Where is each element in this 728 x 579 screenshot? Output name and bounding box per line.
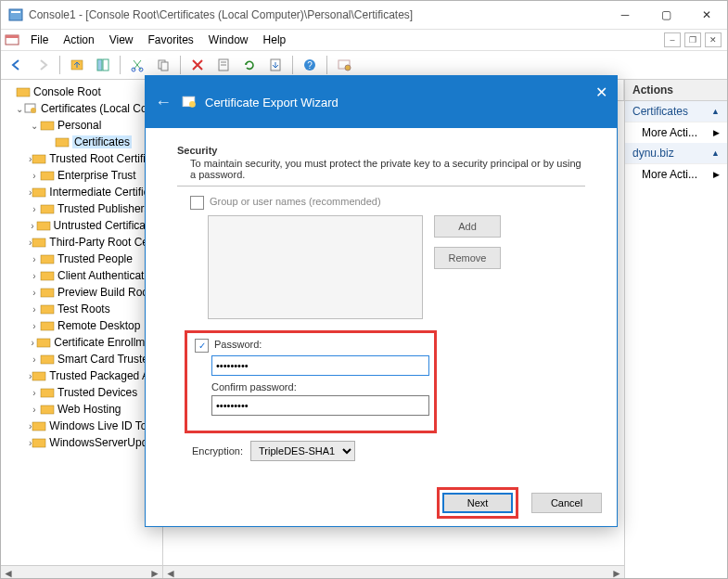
help-icon[interactable]: ? bbox=[298, 53, 322, 77]
menu-action[interactable]: Action bbox=[56, 32, 101, 48]
certificate-icon bbox=[23, 101, 38, 116]
svg-rect-32 bbox=[41, 289, 54, 297]
tree-item[interactable]: ›WindowsServerUpdate bbox=[3, 434, 160, 451]
wizard-close-button[interactable]: ✕ bbox=[595, 84, 607, 101]
svg-text:?: ? bbox=[307, 60, 313, 71]
actions-item[interactable]: More Acti...▶ bbox=[625, 122, 727, 143]
tree-item[interactable]: ›Trusted Publishers bbox=[3, 200, 160, 217]
tree-item[interactable]: ›Trusted Devices bbox=[3, 384, 160, 401]
folder-icon bbox=[32, 151, 46, 166]
export-list-icon[interactable] bbox=[263, 53, 287, 77]
refresh-icon[interactable] bbox=[237, 53, 262, 77]
folder-icon bbox=[32, 235, 46, 250]
svg-rect-40 bbox=[32, 422, 45, 431]
tree-item[interactable]: ›Client Authentication bbox=[3, 267, 160, 284]
password-checkbox[interactable]: ✓ bbox=[195, 339, 209, 353]
tree-item[interactable]: ›Certificate Enrollment bbox=[3, 334, 160, 351]
tree-certificates-root[interactable]: ⌄ Certificates (Local Computer) bbox=[3, 100, 160, 117]
tree-pane[interactable]: Console Root ⌄ Certificates (Local Compu… bbox=[1, 80, 163, 579]
wizard-back-button[interactable]: ← bbox=[155, 93, 172, 112]
cut-icon[interactable] bbox=[125, 53, 149, 77]
tree-item[interactable]: ›Trusted Root Certification bbox=[3, 150, 160, 167]
forward-icon[interactable] bbox=[31, 53, 55, 77]
certificates-icon[interactable] bbox=[332, 53, 356, 77]
tree-item[interactable]: ›Trusted Packaged App bbox=[3, 367, 160, 384]
delete-icon[interactable] bbox=[185, 53, 210, 77]
wizard-titlebar: ← Certificate Export Wizard ✕ bbox=[146, 76, 617, 128]
password-section-highlight: ✓ Password: Confirm password: bbox=[185, 330, 437, 433]
list-horizontal-scrollbar[interactable]: ◄► bbox=[163, 565, 624, 579]
tree-item[interactable]: ›Third-Party Root Certification bbox=[3, 234, 160, 251]
folder-icon bbox=[55, 135, 70, 149]
svg-rect-19 bbox=[17, 88, 30, 96]
confirm-password-label: Confirm password: bbox=[211, 381, 427, 392]
cancel-button[interactable]: Cancel bbox=[531, 493, 602, 513]
tree-personal[interactable]: ⌄ Personal bbox=[3, 117, 160, 134]
password-label: Password: bbox=[214, 339, 262, 350]
tree-item[interactable]: ›Enterprise Trust bbox=[3, 167, 160, 184]
properties-icon[interactable] bbox=[211, 53, 236, 77]
svg-rect-25 bbox=[41, 172, 54, 180]
chevron-right-icon: ▶ bbox=[713, 170, 720, 179]
svg-rect-39 bbox=[41, 405, 54, 414]
mdi-minimize-button[interactable]: – bbox=[664, 32, 681, 47]
encryption-select[interactable]: TripleDES-SHA1 bbox=[250, 441, 355, 461]
folder-icon bbox=[32, 418, 46, 433]
actions-group-title[interactable]: Certificates▲ bbox=[625, 101, 727, 122]
tree-item[interactable]: ›Smart Card Trusted bbox=[3, 351, 160, 367]
back-icon[interactable] bbox=[5, 53, 29, 77]
folder-icon bbox=[40, 251, 55, 266]
password-input[interactable] bbox=[211, 355, 429, 376]
menubar: FileActionViewFavoritesWindowHelp – ❐ ✕ bbox=[1, 30, 727, 51]
tree-horizontal-scrollbar[interactable]: ◄► bbox=[1, 565, 162, 579]
certificate-export-wizard-dialog: ← Certificate Export Wizard ✕ Security T… bbox=[145, 75, 618, 527]
svg-rect-35 bbox=[37, 339, 50, 347]
confirm-password-input[interactable] bbox=[211, 395, 429, 416]
tree-console-root[interactable]: Console Root bbox=[3, 84, 160, 100]
svg-rect-31 bbox=[41, 272, 54, 280]
group-users-checkbox[interactable] bbox=[190, 196, 204, 210]
menu-help[interactable]: Help bbox=[256, 32, 294, 48]
titlebar: Console1 - [Console Root\Certificates (L… bbox=[1, 1, 727, 30]
tree-certificates[interactable]: Certificates bbox=[3, 134, 160, 150]
window-title: Console1 - [Console Root\Certificates (L… bbox=[29, 8, 605, 21]
tree-item[interactable]: ›Windows Live ID Token bbox=[3, 418, 160, 434]
actions-item[interactable]: More Acti...▶ bbox=[625, 164, 727, 185]
menu-view[interactable]: View bbox=[102, 32, 141, 48]
mdi-restore-button[interactable]: ❐ bbox=[684, 32, 701, 47]
svg-rect-28 bbox=[37, 222, 50, 230]
close-button[interactable]: ✕ bbox=[686, 1, 727, 29]
actions-group-title[interactable]: dynu.biz▲ bbox=[625, 143, 727, 164]
next-button[interactable]: Next bbox=[442, 493, 513, 513]
mdi-system-icon[interactable] bbox=[5, 32, 19, 47]
certificate-icon bbox=[181, 94, 198, 110]
maximize-button[interactable]: ▢ bbox=[645, 1, 686, 29]
folder-icon bbox=[16, 84, 31, 99]
add-button: Add bbox=[434, 215, 501, 238]
actions-pane: Actions Certificates▲More Acti...▶dynu.b… bbox=[624, 80, 727, 579]
tree-item[interactable]: ›Web Hosting bbox=[3, 401, 160, 418]
menu-window[interactable]: Window bbox=[201, 32, 256, 48]
up-icon[interactable] bbox=[65, 53, 89, 77]
app-icon bbox=[8, 7, 23, 22]
security-heading: Security bbox=[177, 145, 585, 156]
collapse-icon: ▲ bbox=[711, 148, 720, 158]
tree-item[interactable]: ›Remote Desktop bbox=[3, 317, 160, 334]
tree-item[interactable]: ›Test Roots bbox=[3, 301, 160, 317]
svg-rect-3 bbox=[6, 35, 19, 38]
svg-rect-10 bbox=[161, 62, 168, 71]
tree-item[interactable]: ›Preview Build Roots bbox=[3, 284, 160, 301]
tree-item[interactable]: ›Trusted People bbox=[3, 251, 160, 267]
menu-file[interactable]: File bbox=[23, 32, 56, 48]
folder-icon bbox=[40, 402, 55, 417]
mdi-close-button[interactable]: ✕ bbox=[705, 32, 722, 47]
tree-item[interactable]: ›Untrusted Certificates bbox=[3, 217, 160, 234]
minimize-button[interactable]: ─ bbox=[605, 1, 645, 29]
group-users-listbox bbox=[208, 215, 423, 319]
show-hide-tree-icon[interactable] bbox=[91, 53, 115, 77]
tree-item[interactable]: ›Intermediate Certification bbox=[3, 184, 160, 200]
copy-icon[interactable] bbox=[151, 53, 175, 77]
svg-rect-38 bbox=[41, 389, 54, 397]
menu-favorites[interactable]: Favorites bbox=[141, 32, 201, 48]
folder-icon bbox=[40, 201, 55, 216]
